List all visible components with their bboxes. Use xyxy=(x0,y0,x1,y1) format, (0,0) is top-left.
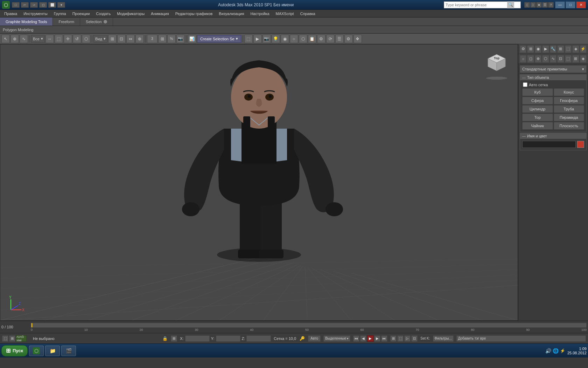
rp-icon2-2[interactable]: ◻ xyxy=(527,55,534,63)
misc5-btn[interactable]: ❖ xyxy=(354,35,362,43)
auto-btn[interactable]: Авто xyxy=(308,335,321,342)
search-input[interactable] xyxy=(444,2,507,8)
align-btn[interactable]: ⊞ xyxy=(108,35,117,43)
nav-btn2[interactable]: ⟩ xyxy=(530,2,536,8)
menu-group[interactable]: Группа xyxy=(51,11,69,16)
menu-projections[interactable]: Проекции xyxy=(70,11,93,16)
collapse-btn[interactable]: — xyxy=(522,76,526,80)
prim-cylinder[interactable]: Цилиндр xyxy=(522,105,553,113)
mat-btn[interactable]: ◉ xyxy=(281,35,289,43)
rp-icon-right4[interactable]: ⚡ xyxy=(580,45,587,53)
rp-icon-display[interactable]: ◉ xyxy=(535,45,541,53)
taskbar-3dsmax[interactable]: ⬡ xyxy=(29,346,44,356)
rp-icon2-6[interactable]: ⊡ xyxy=(557,55,564,63)
rp-icon2-4[interactable]: ⬡ xyxy=(542,55,549,63)
maximize-btn[interactable]: □ xyxy=(566,1,575,8)
prim-cone[interactable]: Конус xyxy=(554,88,584,96)
menu-modifiers[interactable]: Модификаторы xyxy=(114,11,147,16)
rp-icon-right1[interactable]: ⊞ xyxy=(557,45,564,53)
search-btn[interactable]: 🔍 xyxy=(507,1,514,8)
rp-icon2-3[interactable]: ⊕ xyxy=(535,55,541,63)
selected-dropdown[interactable]: Выделенные ▾ xyxy=(323,335,350,342)
rp-icon2-5[interactable]: ∿ xyxy=(550,55,556,63)
prim-pyramid[interactable]: Пирамида xyxy=(554,114,584,121)
all-dropdown[interactable]: Все ▾ xyxy=(31,35,45,43)
toolbar-small-btn4[interactable]: ◻ xyxy=(39,2,47,8)
camera-btn[interactable]: 📷 xyxy=(262,35,271,43)
view-dropdown[interactable]: Вид ▾ xyxy=(93,35,107,43)
rp-icon-settings[interactable]: ⚙ xyxy=(520,45,526,53)
lock-icon[interactable]: 🔒 xyxy=(162,335,168,342)
filters-btn[interactable]: Фильтры... xyxy=(433,335,454,342)
toolbar-small-btn[interactable]: □ xyxy=(12,2,20,8)
misc3-btn[interactable]: ☰ xyxy=(335,35,344,43)
render2-btn[interactable]: ⬡ xyxy=(299,35,307,43)
light-btn[interactable]: 💡 xyxy=(272,35,280,43)
menu-create[interactable]: Создать xyxy=(93,11,113,16)
play-btn[interactable]: ▶ xyxy=(253,35,262,43)
status-tool1[interactable]: ⬚ xyxy=(2,335,8,342)
nav-btn5[interactable]: ? xyxy=(548,2,554,8)
menu-maxscript[interactable]: MAXScript xyxy=(273,11,297,16)
tray-icon2[interactable]: 🌐 xyxy=(553,348,559,354)
graph-btn[interactable]: 📊 xyxy=(188,35,196,43)
prim-cube[interactable]: Куб xyxy=(522,88,553,96)
create-selection-btn[interactable]: Create Selection Se ▾ xyxy=(197,35,241,43)
prim-tube[interactable]: Труба xyxy=(554,105,584,113)
select-tool-btn[interactable]: ↖ xyxy=(1,35,10,43)
prim-sphere[interactable]: Сфера xyxy=(522,97,553,104)
z-input[interactable] xyxy=(246,335,271,342)
minimize-btn[interactable]: — xyxy=(555,1,565,8)
toolbar-small-btn5[interactable]: ⬜ xyxy=(48,2,56,8)
prev-frame-btn[interactable]: ⏮ xyxy=(353,335,359,342)
menu-animation[interactable]: Анимация xyxy=(148,11,172,16)
toolbar-small-btn6[interactable]: ▾ xyxy=(57,2,65,8)
nav-btn4[interactable]: ☰ xyxy=(542,2,548,8)
color-swatch[interactable] xyxy=(577,141,584,148)
prim-plane[interactable]: Плоскость xyxy=(554,122,584,130)
select-box-btn[interactable]: ⬚ xyxy=(55,35,63,43)
primitives-dropdown[interactable]: Стандартные примитивы ▾ xyxy=(520,65,587,73)
scale-btn[interactable]: ⬡ xyxy=(82,35,90,43)
x-input[interactable] xyxy=(185,335,210,342)
toolbar-small-btn3[interactable]: ⤻ xyxy=(30,2,38,8)
status-tool2[interactable]: ⊞ xyxy=(9,335,15,342)
menu-help[interactable]: Справка xyxy=(298,11,318,16)
prev-key-btn[interactable]: ◀ xyxy=(360,335,366,342)
start-button[interactable]: ⊞ Пуск xyxy=(1,345,28,356)
frame-btn[interactable]: ⬚ xyxy=(244,35,253,43)
taskbar-folder[interactable]: 📁 xyxy=(45,346,60,356)
menu-settings[interactable]: Настройка xyxy=(247,11,272,16)
prim-teapot[interactable]: Чайник xyxy=(522,122,553,130)
next-frame-btn[interactable]: ⏭ xyxy=(381,335,387,342)
status-right3[interactable]: ▷ xyxy=(404,335,411,342)
pivot-btn[interactable]: ⊡ xyxy=(117,35,126,43)
rotate-btn[interactable]: ↺ xyxy=(73,35,81,43)
snap-btn[interactable]: ⊞ xyxy=(158,35,167,43)
toolbar-small-btn2[interactable]: ⤺ xyxy=(21,2,29,8)
name-input[interactable] xyxy=(522,141,576,148)
menu-pravka[interactable]: Правка xyxy=(1,11,20,16)
rp-icon-util[interactable]: 🔧 xyxy=(550,45,556,53)
rp-icon-grid[interactable]: ⊞ xyxy=(527,45,534,53)
num-btn[interactable]: 3 xyxy=(147,35,158,43)
menu-visualization[interactable]: Визуализация xyxy=(216,11,247,16)
collapse-btn2[interactable]: — xyxy=(522,134,526,138)
select-region-btn[interactable]: ⊕ xyxy=(10,35,19,43)
timeline-track[interactable] xyxy=(31,323,587,328)
tab-freeform[interactable]: Freeform xyxy=(53,18,80,26)
tray-icon3[interactable]: ⚡ xyxy=(560,348,565,353)
rp-icon2-r1[interactable]: ⬚ xyxy=(565,55,572,63)
prim-geosphere[interactable]: Геосфера xyxy=(554,97,584,104)
rp-icon2-r3[interactable]: ◈ xyxy=(580,55,587,63)
taskbar-media[interactable]: 🎬 xyxy=(61,346,76,356)
nav-btn3[interactable]: ★ xyxy=(536,2,542,8)
nav-btn1[interactable]: ⟨ xyxy=(524,2,530,8)
tray-icon1[interactable]: 🔊 xyxy=(545,348,551,354)
misc-btn[interactable]: ⚙ xyxy=(317,35,326,43)
misc2-btn[interactable]: ⟳ xyxy=(326,35,335,43)
obj-btn[interactable]: ○ xyxy=(290,35,298,43)
status-right1[interactable]: ⊞ xyxy=(390,335,397,342)
misc4-btn[interactable]: ⚙ xyxy=(344,35,353,43)
viewport[interactable]: [ + ][ Perspective ][ Сглаживание + блик… xyxy=(0,44,518,321)
